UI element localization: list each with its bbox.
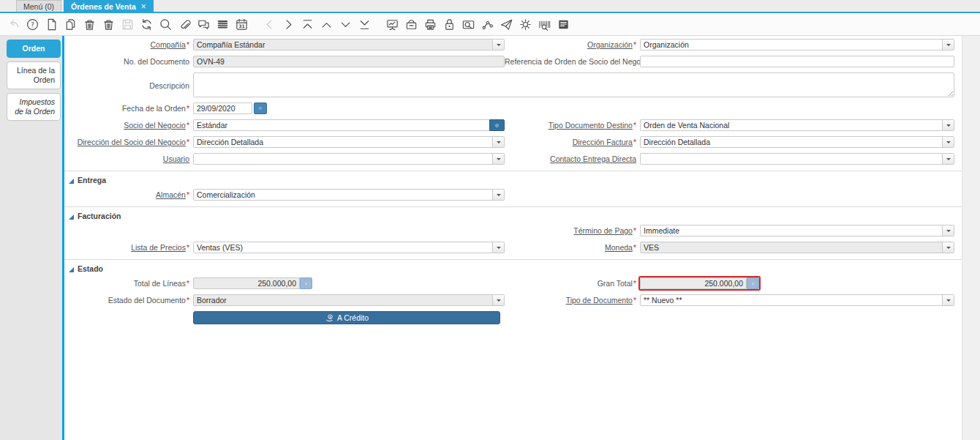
almacen-combobox[interactable]: Comercialización xyxy=(193,189,505,201)
estado-del-documento-dropdown-icon[interactable] xyxy=(492,295,504,305)
find-icon[interactable] xyxy=(156,15,175,34)
workflow-icon[interactable] xyxy=(478,15,497,34)
required-indicator: * xyxy=(633,40,636,49)
gran-total-calculator-icon[interactable] xyxy=(747,277,759,289)
detail-record-icon[interactable] xyxy=(336,15,355,34)
preferences-icon[interactable] xyxy=(516,15,535,34)
next-record-icon[interactable] xyxy=(279,15,298,34)
window-content: OrdenLínea de la OrdenImpuestos de la Or… xyxy=(0,36,980,440)
required-indicator: * xyxy=(186,190,189,199)
termino-de-pago-label[interactable]: Término de Pago* xyxy=(505,225,640,236)
termino-de-pago-dropdown-icon[interactable] xyxy=(942,225,954,236)
window-tab-menu-0[interactable]: Menú (0) xyxy=(16,0,61,12)
refresh-icon[interactable] xyxy=(137,15,156,34)
direccion-socio-negocio-dropdown-icon[interactable] xyxy=(492,137,504,147)
tab-linea-de-la-orden[interactable]: Línea de la Orden xyxy=(7,61,61,89)
tipo-de-documento-label[interactable]: Tipo de Documento* xyxy=(505,294,640,306)
tipo-de-documento-dropdown-icon[interactable] xyxy=(942,295,954,305)
tab-orden[interactable]: Orden xyxy=(7,40,61,58)
grid-toggle-icon[interactable] xyxy=(213,15,232,34)
termino-de-pago-combobox[interactable]: Immediate xyxy=(640,225,954,236)
print-icon[interactable] xyxy=(421,15,440,34)
total-de-lineas-value: 250.000,00 xyxy=(194,278,299,288)
descripcion-textarea[interactable] xyxy=(193,72,954,97)
facturacion-section-header: Facturación xyxy=(64,206,962,220)
tipo-documento-destino-dropdown-icon[interactable] xyxy=(942,120,954,130)
collapse-section-icon[interactable] xyxy=(69,267,74,272)
toolbar: ?31 xyxy=(0,13,980,36)
socio-del-negocio-input[interactable]: Estándar xyxy=(193,119,489,131)
almacen-dropdown-icon[interactable] xyxy=(492,190,504,200)
lock-icon[interactable] xyxy=(440,15,459,34)
direccion-factura-dropdown-icon[interactable] xyxy=(942,137,954,147)
tab-impuestos-de-la-orden[interactable]: Impuestos de la Orden xyxy=(7,93,61,121)
tab-panel-list: OrdenLínea de la OrdenImpuestos de la Or… xyxy=(0,36,62,440)
almacen-label[interactable]: Almacén* xyxy=(64,189,193,201)
zoom-across-icon[interactable] xyxy=(459,15,478,34)
fecha-de-la-orden-value: 29/09/2020 xyxy=(194,103,252,113)
tipo-de-documento-combobox[interactable]: ** Nuevo ** xyxy=(640,294,954,306)
required-indicator: * xyxy=(186,138,189,146)
moneda-dropdown-icon[interactable] xyxy=(942,242,954,253)
attachment-icon[interactable] xyxy=(175,15,194,34)
parent-record-icon[interactable] xyxy=(317,15,336,34)
fecha-de-la-orden-calendar-button[interactable] xyxy=(254,102,267,114)
compania-dropdown-icon[interactable] xyxy=(492,40,504,50)
last-record-icon[interactable] xyxy=(355,15,374,34)
socio-del-negocio-field: Estándar xyxy=(193,119,505,131)
moneda-combobox[interactable]: VES xyxy=(640,242,954,253)
organizacion-combobox[interactable]: Organización xyxy=(640,39,954,51)
close-tab-icon[interactable]: × xyxy=(141,3,146,10)
lista-de-precios-dropdown-icon[interactable] xyxy=(492,242,504,253)
copy-record-icon[interactable] xyxy=(61,15,80,34)
descripcion-resize-handle[interactable] xyxy=(946,89,953,96)
compania-label[interactable]: Compañía* xyxy=(64,39,193,51)
usuario-label[interactable]: Usuario xyxy=(64,153,193,165)
moneda-value: VES xyxy=(641,242,942,253)
calendar-icon[interactable]: 31 xyxy=(232,15,251,34)
archive-icon[interactable] xyxy=(402,15,421,34)
first-record-icon[interactable] xyxy=(298,15,317,34)
request-icon[interactable] xyxy=(497,15,516,34)
help-icon[interactable]: ? xyxy=(23,15,42,34)
socio-del-negocio-value: Estándar xyxy=(194,120,489,130)
product-info-icon[interactable] xyxy=(535,15,554,34)
tipo-documento-destino-combobox[interactable]: Orden de Venta Nacional xyxy=(640,119,954,131)
contacto-entrega-directa-combobox[interactable] xyxy=(640,153,954,165)
compania-value: Compañía Estándar xyxy=(194,40,492,50)
order-form: Compañía*Compañía EstándarOrganización*O… xyxy=(64,36,962,440)
organizacion-label[interactable]: Organización* xyxy=(505,39,640,51)
a-credito-button[interactable]: $A Crédito xyxy=(193,311,500,324)
postit-note-icon[interactable] xyxy=(554,15,573,34)
compania-combobox[interactable]: Compañía Estándar xyxy=(193,39,505,51)
total-de-lineas-calculator-icon[interactable] xyxy=(300,277,312,289)
fecha-de-la-orden-input[interactable]: 29/09/2020 xyxy=(193,102,252,114)
usuario-dropdown-icon[interactable] xyxy=(492,154,504,164)
referencia-orden-socio-input[interactable] xyxy=(640,56,954,67)
direccion-factura-combobox[interactable]: Dirección Detallada xyxy=(640,136,954,148)
direccion-socio-negocio-label[interactable]: Dirección del Socio del Negocio* xyxy=(64,136,193,148)
form-row: Almacén*Comercialización xyxy=(64,189,962,201)
collapse-section-icon[interactable] xyxy=(69,179,74,184)
socio-del-negocio-search-button[interactable] xyxy=(489,119,505,131)
collapse-section-icon[interactable] xyxy=(69,215,74,220)
usuario-combobox[interactable] xyxy=(193,153,505,165)
tipo-documento-destino-label[interactable]: Tipo Documento Destino* xyxy=(505,119,640,131)
direccion-factura-label[interactable]: Dirección Factura* xyxy=(505,136,640,148)
moneda-label[interactable]: Moneda* xyxy=(505,242,640,253)
organizacion-dropdown-icon[interactable] xyxy=(942,40,954,50)
estado-del-documento-combobox[interactable]: Borrador xyxy=(193,294,505,306)
contacto-entrega-directa-label[interactable]: Contacto Entrega Directa xyxy=(505,153,640,165)
delete-record-icon[interactable] xyxy=(80,15,99,34)
lista-de-precios-combobox[interactable]: Ventas (VES) xyxy=(193,242,505,253)
report-icon[interactable] xyxy=(382,15,402,34)
lista-de-precios-label[interactable]: Lista de Precios* xyxy=(64,242,193,253)
window-tab-ordenes-de-venta[interactable]: Órdenes de Venta× xyxy=(64,0,154,12)
chat-icon[interactable] xyxy=(194,15,213,34)
contacto-entrega-directa-dropdown-icon[interactable] xyxy=(942,154,954,164)
delete-selection-icon[interactable] xyxy=(99,15,118,34)
socio-del-negocio-label[interactable]: Socio del Negocio* xyxy=(64,119,193,131)
new-record-icon[interactable] xyxy=(42,15,61,34)
direccion-socio-negocio-combobox[interactable]: Dirección Detallada xyxy=(193,136,505,148)
gran-total-value: 250.000,00 xyxy=(641,278,746,288)
